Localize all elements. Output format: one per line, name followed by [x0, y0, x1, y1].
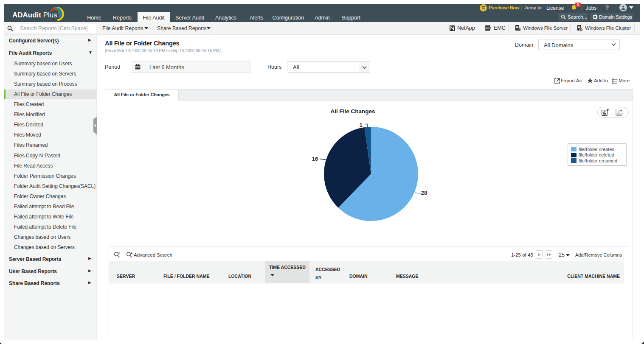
- svg-text:16: 16: [312, 156, 318, 162]
- svg-text:1: 1: [359, 122, 362, 128]
- svg-text:28: 28: [421, 190, 427, 196]
- svg-text:All File Changes: All File Changes: [330, 108, 375, 115]
- svg-text:2: 2: [118, 252, 120, 254]
